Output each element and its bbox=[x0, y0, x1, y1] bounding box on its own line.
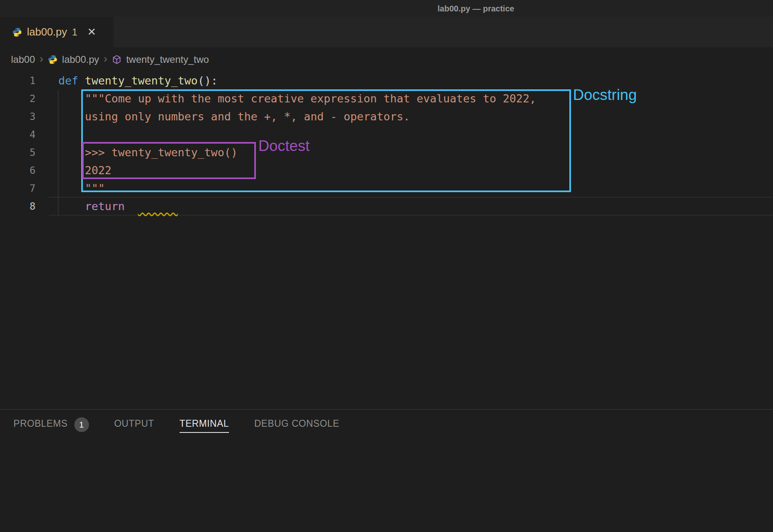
panel-tab-problems[interactable]: PROBLEMS1 bbox=[13, 417, 89, 434]
breadcrumb-item-symbol[interactable]: twenty_twenty_two bbox=[126, 54, 209, 65]
line-number: 5 bbox=[0, 144, 49, 162]
breadcrumb: lab00 › lab00.py › twenty_twenty_two bbox=[0, 47, 773, 72]
window-title: lab00.py — practice bbox=[438, 4, 514, 13]
breadcrumb-item-lab00[interactable]: lab00 bbox=[11, 54, 35, 65]
line-number: 2 bbox=[0, 90, 49, 108]
code-line[interactable]: 5 >>> twenty_twenty_two() bbox=[0, 144, 773, 162]
close-icon[interactable]: ✕ bbox=[87, 26, 96, 38]
warning-squiggle bbox=[138, 200, 178, 213]
code-token bbox=[125, 200, 138, 213]
code-text bbox=[49, 126, 58, 144]
panel-tab-debug-console[interactable]: DEBUG CONSOLE bbox=[254, 418, 339, 433]
symbol-cube-icon bbox=[112, 55, 122, 64]
code-token bbox=[58, 200, 85, 213]
code-line[interactable]: 8 return bbox=[0, 197, 773, 215]
tab-label: lab00.py bbox=[27, 26, 67, 38]
chevron-right-icon: › bbox=[104, 53, 107, 64]
python-icon bbox=[12, 27, 22, 37]
code-text: using only numbers and the +, *, and - o… bbox=[49, 108, 410, 126]
title-bar: lab00.py — practice bbox=[0, 0, 773, 17]
code-token: using only numbers and the +, *, and - o… bbox=[58, 110, 410, 123]
code-line[interactable]: 3 using only numbers and the +, *, and -… bbox=[0, 108, 773, 126]
code-line[interactable]: 6 2022 bbox=[0, 162, 773, 180]
code-token: twenty_twenty_two bbox=[85, 74, 198, 87]
code-line[interactable]: 7 """ bbox=[0, 180, 773, 197]
line-number: 1 bbox=[0, 72, 49, 90]
python-icon bbox=[48, 55, 58, 64]
code-text: >>> twenty_twenty_two() bbox=[49, 144, 238, 162]
panel-tab-label: DEBUG CONSOLE bbox=[254, 418, 339, 433]
code-line[interactable]: 2 """Come up with the most creative expr… bbox=[0, 90, 773, 108]
problems-count-badge: 1 bbox=[74, 417, 89, 432]
code-text: 2022 bbox=[49, 162, 111, 180]
line-number: 3 bbox=[0, 108, 49, 126]
breadcrumb-item-lab00py[interactable]: lab00.py bbox=[62, 54, 99, 65]
line-number: 6 bbox=[0, 162, 49, 180]
code-token: """ bbox=[58, 182, 105, 195]
doctest-annotation-label: Doctest bbox=[258, 137, 309, 155]
code-line[interactable]: 4 bbox=[0, 126, 773, 144]
line-number: 4 bbox=[0, 126, 49, 144]
panel-tab-terminal[interactable]: TERMINAL bbox=[180, 418, 229, 433]
panel-tab-output[interactable]: OUTPUT bbox=[114, 418, 154, 433]
line-number: 8 bbox=[0, 197, 49, 215]
code-text: """ bbox=[49, 180, 105, 197]
code-token: def bbox=[58, 74, 85, 87]
code-token: return bbox=[85, 200, 125, 213]
code-token: 2022 bbox=[58, 164, 111, 177]
tab-strip: lab00.py 1 ✕ bbox=[0, 17, 773, 47]
panel-tab-label: PROBLEMS bbox=[13, 418, 68, 433]
code-token: (): bbox=[198, 74, 218, 87]
code-token: """Come up with the most creative expres… bbox=[58, 92, 536, 105]
chevron-right-icon: › bbox=[40, 53, 43, 64]
code-lines: 1def twenty_twenty_two():2 """Come up wi… bbox=[0, 72, 773, 215]
panel-tab-label: TERMINAL bbox=[180, 418, 229, 433]
code-editor[interactable]: 1def twenty_twenty_two():2 """Come up wi… bbox=[0, 72, 773, 215]
line-number: 7 bbox=[0, 180, 49, 197]
code-line[interactable]: 1def twenty_twenty_two(): bbox=[0, 72, 773, 90]
tab-dirty-indicator: 1 bbox=[72, 27, 77, 38]
panel-tabs: PROBLEMS1OUTPUTTERMINALDEBUG CONSOLE bbox=[0, 410, 773, 441]
code-text: def twenty_twenty_two(): bbox=[49, 72, 218, 90]
code-text: return bbox=[49, 197, 178, 215]
tab-lab00py[interactable]: lab00.py 1 ✕ bbox=[0, 17, 113, 47]
docstring-annotation-label: Docstring bbox=[573, 86, 637, 104]
code-token: >>> twenty_twenty_two() bbox=[58, 146, 238, 159]
panel-tab-label: OUTPUT bbox=[114, 418, 154, 433]
code-text: """Come up with the most creative expres… bbox=[49, 90, 536, 108]
bottom-panel: PROBLEMS1OUTPUTTERMINALDEBUG CONSOLE Mol… bbox=[0, 409, 773, 532]
